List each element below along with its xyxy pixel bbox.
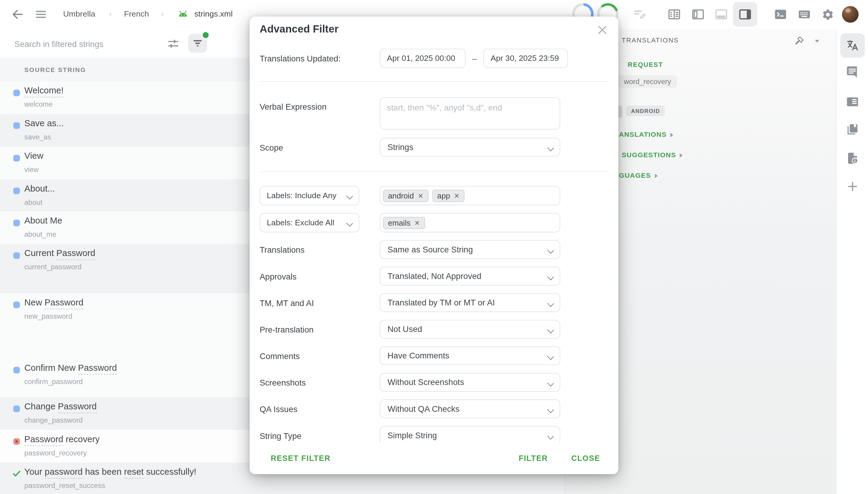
tune-sliders-icon[interactable] [167,37,180,50]
request-link[interactable]: REQUEST [628,61,663,69]
string-bullet [13,367,20,374]
string-bullet [13,155,20,162]
console-icon[interactable] [774,8,787,21]
label-chip[interactable]: android✕ [383,189,428,202]
back-icon[interactable] [11,8,24,21]
bottom-panel-view-icon[interactable] [715,8,728,21]
panel-section-link[interactable]: SUGGESTIONS [622,151,683,159]
chevron-down-icon [547,300,554,307]
filter-select[interactable]: Without QA Checks [380,399,560,418]
filter-select[interactable]: Without Screenshots [380,373,560,392]
filter-button[interactable]: FILTER [519,454,548,462]
breadcrumb-separator: › [161,9,164,18]
user-avatar[interactable] [842,6,858,23]
string-key-chip: word_recovery [618,75,677,88]
filter-label: Approvals [259,271,380,281]
filter-label: TM, MT and AI [259,298,380,307]
labels-include-row: Labels: Include Any android✕app✕ [259,186,608,205]
remove-chip-icon[interactable]: ✕ [418,192,423,200]
source-string-text: Your password has been reset successfull… [24,467,197,477]
source-string-text: Save as... [24,118,64,128]
filter-select[interactable]: Translated, Not Approved [380,267,560,285]
close-button[interactable]: CLOSE [571,454,601,462]
close-icon[interactable] [596,24,608,36]
date-from-input[interactable]: Apr 01, 2025 00:00 [380,49,466,68]
breadcrumb-separator: › [109,9,112,18]
date-to-input[interactable]: Apr 30, 2025 23:59 [483,49,568,68]
pin-icon[interactable] [794,36,805,47]
file-info-icon[interactable] [846,152,859,165]
add-panel-icon[interactable] [846,180,859,193]
filter-row: TranslationsSame as Source String [259,240,608,259]
remove-chip-icon[interactable]: ✕ [454,192,459,200]
settings-gear-icon[interactable] [821,8,834,21]
scope-label: Scope [259,142,380,152]
source-string-text: Confirm New Password [24,363,117,373]
search-input[interactable] [13,34,160,53]
filter-label: Screenshots [259,378,380,387]
filter-select-value: Without Screenshots [388,377,464,387]
chevron-down-icon[interactable] [815,40,819,42]
breadcrumb-language[interactable]: French [124,10,149,18]
breadcrumb-project[interactable]: Umbrella [63,10,95,18]
scope-value: Strings [388,142,413,152]
chevron-down-icon [547,327,554,334]
right-icon-strip [836,29,868,494]
scope-select[interactable]: Strings [380,138,560,156]
filter-active-dot [202,31,210,39]
chevron-down-icon [547,273,554,280]
filter-select[interactable]: Translated by TM or MT or AI [380,293,560,312]
label-chip[interactable]: emails✕ [383,216,425,229]
chevron-down-icon [547,433,554,439]
filter-select-rows: TranslationsSame as Source StringApprova… [250,240,618,445]
glossary-book-icon[interactable] [846,123,859,136]
panel-title: TRANSLATIONS [622,36,679,44]
divider [259,171,608,172]
breadcrumb-file[interactable]: strings.xml [195,10,233,18]
filter-row: CommentsHave Comments [259,346,608,365]
string-bullet [13,220,20,226]
chevron-right-icon [680,153,683,157]
filter-select[interactable]: Simple String [380,426,560,444]
divider [259,81,608,82]
dates-label: Translations Updated: [259,54,380,63]
labels-exclude-select[interactable]: Labels: Exclude All [259,213,359,232]
panel-section-link-text: ANSLATIONS [619,130,667,138]
filter-select[interactable]: Same as Source String [380,240,560,259]
filter-label: Translations [259,245,380,254]
side-by-side-view-icon[interactable] [691,8,705,21]
source-string-text: View [24,151,43,161]
source-string-text: Welcome! [24,86,63,96]
labels-exclude-chips[interactable]: emails✕ [380,213,560,232]
table-view-icon[interactable] [668,8,681,21]
panel-section-link-text: SUGGESTIONS [622,151,676,159]
remove-chip-icon[interactable]: ✕ [414,219,420,227]
translate-icon[interactable] [846,39,859,52]
filter-row: Pre-translationNot Used [259,320,608,339]
keyboard-icon[interactable] [798,8,811,21]
panel-section-link-text: GUAGES [619,171,651,179]
panel-section-link[interactable]: ANSLATIONS [619,130,673,138]
filter-select-value: Translated by TM or MT or AI [388,298,495,307]
right-panel-view-icon[interactable] [738,8,752,21]
context-article-icon[interactable] [846,95,859,109]
labels-include-chips[interactable]: android✕app✕ [380,186,560,205]
modal-title: Advanced Filter [259,23,338,35]
reset-filter-button[interactable]: RESET FILTER [271,454,331,462]
compose-icon[interactable] [633,8,646,21]
comments-icon[interactable] [846,65,859,79]
filter-select[interactable]: Not Used [380,320,560,339]
filter-select[interactable]: Have Comments [380,346,560,365]
panel-section-link[interactable]: GUAGES [619,171,657,179]
labels-include-select[interactable]: Labels: Include Any [259,186,359,205]
string-bullet [13,188,20,194]
menu-icon[interactable] [34,8,48,21]
filter-select-value: Without QA Checks [388,404,460,413]
filter-row: QA IssuesWithout QA Checks [259,399,608,418]
label-chip-text: app [437,191,450,200]
filter-funnel-icon [192,37,204,49]
string-key: about_me [24,230,56,239]
filter-row: ScreenshotsWithout Screenshots [259,373,608,392]
label-chip[interactable]: app✕ [432,189,464,202]
verbal-expression-input[interactable] [380,97,560,130]
